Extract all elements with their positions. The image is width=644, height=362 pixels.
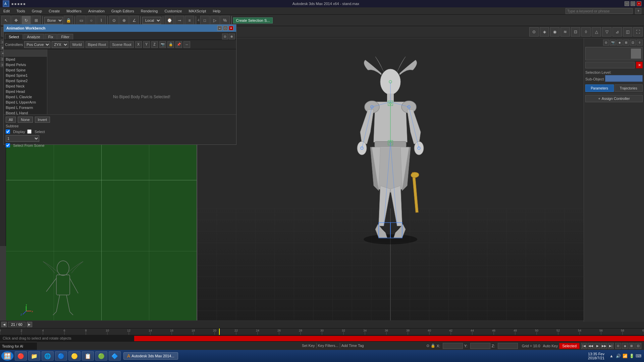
key-filters-btn[interactable]: Key Filters...	[318, 344, 338, 348]
wb-close-btn[interactable]: ×	[229, 26, 233, 31]
tl-prev-btn[interactable]: ◀	[1, 322, 7, 327]
tl-next-btn[interactable]: ▶	[27, 322, 32, 327]
taskbar-app-6[interactable]: 📋	[82, 351, 94, 361]
tray-icon3[interactable]: 📶	[622, 353, 628, 359]
tab-filter[interactable]: Filter	[57, 34, 73, 40]
rect-select-btn[interactable]: ▭	[76, 16, 86, 25]
y-input[interactable]	[470, 343, 490, 349]
invert-btn[interactable]: Invert	[35, 117, 50, 123]
tb2-right6[interactable]: ◊	[581, 27, 591, 37]
taskbar-app-8[interactable]: 🔷	[109, 351, 121, 361]
menu-customize[interactable]: Customize	[161, 7, 185, 14]
create-selection-btn[interactable]: Create Selection S...	[233, 17, 273, 23]
axis-select[interactable]: ZYX	[52, 41, 68, 48]
tray-icon1[interactable]: ▲	[608, 353, 614, 359]
wb-icon1[interactable]: ⊙	[222, 34, 228, 40]
tb2-right1[interactable]: ⊙	[529, 27, 539, 37]
bone-dropdown[interactable]: Bone	[44, 17, 63, 24]
taskbar-app-1[interactable]: 🔴	[15, 351, 27, 361]
minimize-btn[interactable]: –	[625, 1, 629, 6]
tb2-right5[interactable]: ⊡	[571, 27, 580, 37]
circle-select-btn[interactable]: ○	[87, 16, 96, 25]
list-item[interactable]: Biped	[4, 57, 47, 62]
rp-icon3[interactable]: ◈	[616, 40, 623, 46]
start-button[interactable]: 🪟	[1, 351, 13, 361]
list-search[interactable]	[4, 49, 47, 57]
list-item[interactable]: Biped Spine2	[4, 78, 47, 83]
menu-tools[interactable]: Tools	[13, 7, 29, 14]
sb-key2[interactable]: ◈	[622, 343, 628, 349]
list-item[interactable]: Biped Pelvis	[4, 62, 47, 67]
sb-key1[interactable]: ⊙	[615, 343, 621, 349]
taskbar-app-4[interactable]: 🔵	[55, 351, 67, 361]
world-btn[interactable]: World	[70, 41, 84, 48]
tb-btn6[interactable]: %	[220, 16, 230, 25]
rp-icon2[interactable]: 📷	[610, 40, 616, 46]
tb2-right2[interactable]: ◈	[540, 27, 549, 37]
curve-select[interactable]: Pos Curve	[24, 41, 50, 48]
wb-icon-cam[interactable]: 📷	[159, 41, 166, 48]
tab-fix[interactable]: Fix	[45, 34, 57, 40]
align-btn[interactable]: ≡	[185, 16, 194, 25]
rotate-btn[interactable]: ↻	[21, 16, 31, 25]
timeline-playhead[interactable]	[219, 328, 220, 335]
tab-select[interactable]: Select	[5, 34, 23, 40]
sb-btn5[interactable]: ▶|	[608, 343, 614, 349]
close-btn[interactable]: ×	[637, 1, 641, 6]
sub-object-input[interactable]	[605, 75, 643, 82]
pivot-btn[interactable]: ⊸	[175, 16, 184, 25]
tb2-right3[interactable]: ◉	[550, 27, 559, 37]
menu-group[interactable]: Group	[29, 7, 46, 14]
menu-animation[interactable]: Animation	[85, 7, 108, 14]
wb-x-btn[interactable]: X	[135, 41, 142, 48]
menu-graph-editors[interactable]: Graph Editors	[108, 7, 138, 14]
timeline-ruler[interactable]: 0246810121416182022242628303234363840424…	[0, 328, 644, 335]
rp-icon1[interactable]: ⊙	[603, 40, 609, 46]
tb-btn4[interactable]: □	[200, 16, 210, 25]
snap-btn[interactable]: ⊙	[109, 16, 119, 25]
x-input[interactable]	[443, 343, 463, 349]
tab-analyze[interactable]: Analyze	[23, 34, 44, 40]
key-btn[interactable]: ⌚	[165, 16, 174, 25]
help-icon[interactable]: ?	[635, 8, 641, 14]
tb2-right9[interactable]: ⊿	[612, 27, 622, 37]
z-input[interactable]	[498, 343, 518, 349]
list-item[interactable]: Biped L Clavicle	[4, 94, 47, 100]
tb2-right11[interactable]: ⛶	[633, 27, 643, 37]
select-checkbox[interactable]	[27, 129, 32, 134]
tray-icon5[interactable]: ⌨	[635, 353, 641, 359]
list-item[interactable]: Biped Spine1	[4, 73, 47, 78]
rp-icon5[interactable]: ⊡	[630, 40, 636, 46]
taskbar-app-2[interactable]: 📁	[28, 351, 40, 361]
taskbar-app-7[interactable]: 🟢	[95, 351, 107, 361]
tb2-right4[interactable]: ≋	[560, 27, 570, 37]
sb-btn2[interactable]: ◀◀	[588, 343, 594, 349]
sb-key4[interactable]: ⊡	[635, 343, 641, 349]
local-dropdown[interactable]: Local	[142, 17, 161, 24]
taskbar-app-3[interactable]: 🌐	[42, 351, 54, 361]
wb-icon-move[interactable]: ↔	[183, 41, 190, 48]
sb-btn4[interactable]: ▶▶	[601, 343, 607, 349]
snap2d-btn[interactable]: ⊕	[119, 16, 129, 25]
all-btn[interactable]: All	[6, 117, 16, 123]
menu-modifiers[interactable]: Modifiers	[63, 7, 85, 14]
wb-min-btn[interactable]: –	[217, 26, 222, 31]
menu-create[interactable]: Create	[45, 7, 63, 14]
select-from-scene-checkbox[interactable]	[6, 143, 10, 147]
menu-edit[interactable]: Edit	[0, 7, 13, 14]
wb-y-btn[interactable]: Y	[143, 41, 150, 48]
tb2-right8[interactable]: ▽	[602, 27, 611, 37]
tb2-right7[interactable]: △	[592, 27, 601, 37]
assign-controller-btn[interactable]: + Assign Controller	[585, 95, 643, 102]
sb-btn1[interactable]: |◀	[581, 343, 587, 349]
rp-icon6[interactable]: ◊	[637, 40, 643, 46]
maximize-btn[interactable]: □	[631, 1, 635, 6]
list-item[interactable]: Biped Head	[4, 89, 47, 94]
sb-key3[interactable]: ⊞	[629, 343, 635, 349]
rp-red-btn[interactable]: ✕	[636, 62, 643, 68]
wb-max-btn[interactable]: □	[223, 26, 228, 31]
list-item[interactable]: Biped L Forearm	[4, 105, 47, 110]
select-btn[interactable]: ↖	[1, 16, 11, 25]
lock-btn[interactable]: 🔒	[64, 16, 73, 25]
tb-btn5[interactable]: ▷	[210, 16, 220, 25]
